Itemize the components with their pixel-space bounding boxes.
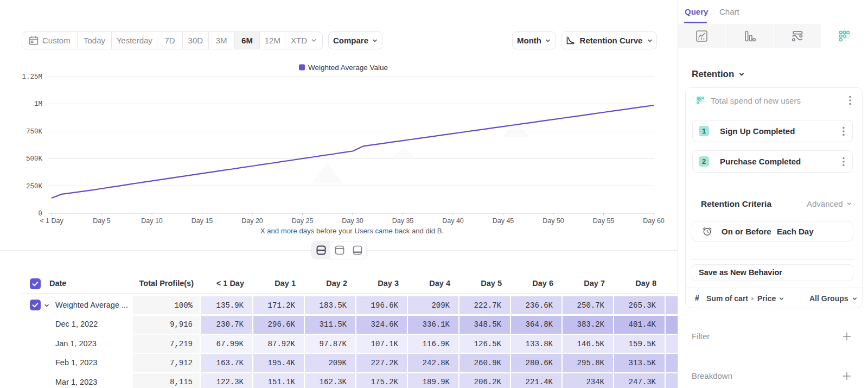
- svg-text:Day 50: Day 50: [542, 217, 564, 225]
- svg-text:250K: 250K: [26, 183, 43, 190]
- svg-text:Day 15: Day 15: [192, 217, 213, 225]
- svg-text:500K: 500K: [26, 155, 43, 163]
- svg-text:Day 30: Day 30: [342, 217, 363, 225]
- svg-text:Day 60: Day 60: [643, 217, 665, 225]
- svg-text:Day 10: Day 10: [141, 217, 163, 225]
- svg-text:750K: 750K: [26, 128, 43, 136]
- svg-text:Day 35: Day 35: [392, 217, 414, 225]
- svg-text:Day 5: Day 5: [93, 217, 111, 225]
- svg-text:X and more days before your Us: X and more days before your Users came b…: [260, 227, 444, 235]
- svg-text:Day 55: Day 55: [593, 217, 615, 225]
- svg-text:1M: 1M: [34, 100, 42, 108]
- svg-text:1.25M: 1.25M: [22, 73, 42, 81]
- svg-text:< 1 Day: < 1 Day: [40, 217, 63, 225]
- svg-text:Day 40: Day 40: [442, 217, 464, 225]
- svg-text:Weighted Average Value: Weighted Average Value: [308, 63, 388, 72]
- svg-text:Day 45: Day 45: [493, 217, 514, 225]
- svg-text:Day 25: Day 25: [292, 217, 314, 225]
- svg-text:Day 20: Day 20: [241, 217, 263, 225]
